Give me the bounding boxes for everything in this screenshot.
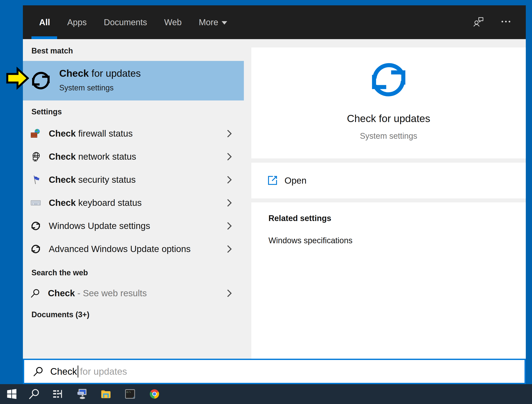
highlight-arrow [6,67,29,90]
web-search-label: Check - See web results [48,288,147,298]
network-globe-icon [31,152,41,162]
preview-card: Check for updates System settings [251,47,526,158]
documents-heading: Documents (3+) [32,310,90,319]
settings-item-windows-update-settings[interactable]: Windows Update settings [23,215,244,238]
taskbar: C:\ [0,384,532,404]
search-icon [31,289,40,298]
search-input[interactable]: Check for updates [23,359,526,384]
related-settings-heading: Related settings [269,214,331,223]
settings-section-heading: Settings [32,107,62,116]
settings-item-label: Check network status [49,152,136,162]
ellipsis-icon[interactable] [500,16,511,27]
settings-item-check-firewall-status[interactable]: Check firewall status [23,122,244,145]
best-match-item[interactable]: Check for updates System settings [23,61,244,101]
open-external-icon [267,175,278,186]
chevron-right-icon[interactable] [227,176,232,184]
sync-icon [368,59,409,100]
start-button[interactable] [6,388,17,399]
rest-text: Windows Update settings [49,221,150,231]
tab-all[interactable]: All [39,18,50,27]
firewall-icon [31,128,41,139]
sync-icon [30,70,51,91]
chevron-right-icon[interactable] [227,289,232,297]
query-text: Check [59,68,89,79]
settings-item-label: Advanced Windows Update options [49,244,191,254]
rest-text: network status [76,152,136,162]
search-tabs: All Apps Documents Web More [23,18,227,27]
keyboard-icon [31,198,41,208]
query-text: Check [48,288,75,298]
search-web-heading: Search the web [32,268,88,277]
text-cursor [78,366,78,378]
security-flag-icon [31,175,41,185]
preview-subtitle: System settings [251,131,526,141]
tab-more-label: More [199,18,218,27]
tab-more[interactable]: More [199,18,227,27]
feedback-icon[interactable] [473,16,484,27]
windows-logo-icon [6,388,17,399]
search-typed-text: Check [50,366,77,377]
query-text: Check [49,152,76,162]
query-text: Check [49,198,76,208]
taskbar-search-button[interactable] [29,388,40,399]
svg-text:C:\: C:\ [127,391,131,393]
search-header: All Apps Documents Web More [23,5,526,39]
settings-item-check-network-status[interactable]: Check network status [23,145,244,168]
settings-item-check-security-status[interactable]: Check security status [23,168,244,191]
search-suggestion-text: for updates [80,366,127,377]
rest-text: for updates [89,68,141,79]
related-setting-windows-specifications[interactable]: Windows specifications [269,236,353,245]
settings-item-label: Check security status [49,175,136,185]
best-match-subtitle: System settings [59,84,114,92]
chrome-icon[interactable] [149,388,160,399]
query-text: Check [49,175,76,185]
settings-item-check-keyboard-status[interactable]: Check keyboard status [23,191,244,215]
query-text: Check [49,128,76,139]
related-settings-card: Related settings Windows specifications [251,202,526,359]
rest-text: Advanced Windows Update options [49,244,191,254]
chevron-right-icon[interactable] [227,222,232,230]
settings-item-label: Windows Update settings [49,221,150,231]
open-action-label[interactable]: Open [284,176,307,186]
chevron-right-icon[interactable] [227,245,232,253]
rest-text: - See web results [75,288,147,298]
settings-item-advanced-windows-update-options[interactable]: Advanced Windows Update options [23,238,244,261]
tab-apps[interactable]: Apps [67,18,87,27]
search-flyout-window: All Apps Documents Web More [23,5,526,359]
command-prompt-icon[interactable]: C:\ [124,388,136,399]
sync-icon [31,244,41,254]
chevron-right-icon[interactable] [227,152,232,161]
rest-text: firewall status [76,128,133,139]
chevron-down-icon [222,21,227,25]
file-explorer-icon[interactable] [100,388,111,399]
settings-item-label: Check keyboard status [49,198,142,208]
preview-title: Check for updates [251,113,526,125]
settings-item-label: Check firewall status [49,128,133,139]
web-search-item[interactable]: Check - See web results [23,282,244,305]
task-view-button[interactable] [52,388,63,399]
rest-text: keyboard status [76,198,142,208]
sync-icon [31,221,41,231]
open-action-card[interactable]: Open [251,163,526,198]
best-match-title: Check for updates [59,68,141,79]
rest-text: security status [76,175,136,185]
chevron-right-icon[interactable] [227,199,232,207]
active-tab-underline [32,36,57,39]
best-match-heading: Best match [32,47,73,55]
search-icon [33,366,43,377]
tab-web[interactable]: Web [164,18,182,27]
chevron-right-icon[interactable] [227,129,232,138]
desktop: All Apps Documents Web More [0,0,532,404]
tab-documents[interactable]: Documents [104,18,147,27]
remote-desktop-app-icon[interactable] [76,388,88,399]
